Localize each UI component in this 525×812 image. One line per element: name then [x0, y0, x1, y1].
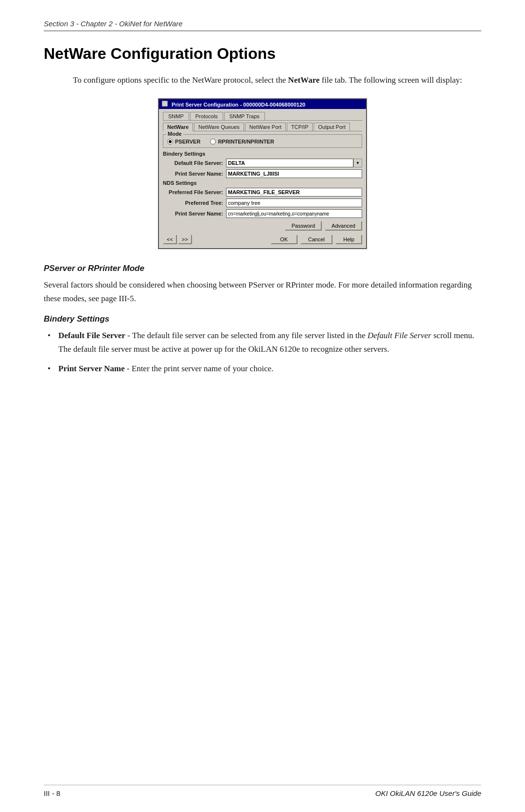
print-server-dialog: Print Server Configuration - 000000D4-00… [158, 98, 367, 249]
cancel-button[interactable]: Cancel [300, 235, 332, 244]
mode-label: Mode [166, 131, 183, 137]
default-file-server-input[interactable] [226, 159, 353, 167]
preferred-file-server-label: Preferred File Server: [163, 189, 226, 195]
tab-protocols[interactable]: Protocols [190, 112, 223, 120]
rprinter-option[interactable]: RPRINTER/NPRINTER [210, 139, 274, 144]
tab-tcpip[interactable]: TCP/IP [287, 123, 313, 131]
preferred-file-server-input[interactable] [226, 188, 362, 197]
advanced-button[interactable]: Advanced [325, 221, 362, 231]
password-advanced-row: Password Advanced [163, 221, 362, 231]
dialog-titlebar: Print Server Configuration - 000000D4-00… [159, 99, 366, 109]
main-buttons: OK Cancel Help [271, 235, 362, 244]
nav-buttons: << >> [163, 235, 192, 244]
rprinter-radio[interactable] [210, 139, 216, 144]
footer-title: OKI OkiLAN 6120e User's Guide [375, 789, 481, 797]
default-file-server-input-group: ▼ [226, 159, 362, 167]
pserver-heading: PServer or RPrinter Mode [44, 264, 481, 273]
password-button[interactable]: Password [285, 221, 322, 231]
help-button[interactable]: Help [335, 235, 362, 244]
intro-paragraph: To configure options specific to the Net… [73, 73, 467, 87]
pserver-section: PServer or RPrinter Mode Several factors… [44, 264, 481, 306]
nav-back-button[interactable]: << [163, 235, 177, 244]
preferred-file-server-row: Preferred File Server: [163, 188, 362, 197]
bullet1-italic: Default File Server [368, 331, 431, 340]
print-server-name2-input[interactable] [226, 209, 362, 218]
ok-button[interactable]: OK [271, 235, 298, 244]
pserver-option[interactable]: PSERVER [167, 139, 200, 144]
pserver-body: Several factors should be considered whe… [44, 278, 481, 306]
dropdown-arrow[interactable]: ▼ [353, 159, 362, 167]
dialog-icon [162, 101, 168, 107]
preferred-tree-input[interactable] [226, 198, 362, 207]
bullet2-bold: Print Server Name [58, 364, 125, 373]
default-file-server-label: Default File Server: [163, 160, 226, 166]
bindery-heading: Bindery Settings [44, 314, 481, 324]
print-server-name-input[interactable] [226, 169, 362, 178]
page-title: NetWare Configuration Options [44, 45, 481, 63]
nds-settings-label: NDS Settings [163, 180, 362, 186]
bullet1-text: - The default file server can be selecte… [125, 331, 368, 340]
tab-output-port[interactable]: Output Port [314, 123, 350, 131]
dialog-screenshot: Print Server Configuration - 000000D4-00… [44, 98, 481, 249]
preferred-tree-row: Preferred Tree: [163, 198, 362, 207]
second-tabs-row: NetWare NetWare Queues NetWare Port TCP/… [163, 123, 362, 131]
bullet-default-file-server: Default File Server - The default file s… [44, 329, 481, 356]
pserver-label: PSERVER [175, 139, 200, 144]
footer-page-number: III - 8 [44, 789, 60, 797]
print-server-name-label: Print Server Name: [163, 171, 226, 177]
bindery-settings-label: Bindery Settings [163, 151, 362, 157]
print-server-name-row: Print Server Name: [163, 169, 362, 178]
print-server-name2-row: Print Server Name: [163, 209, 362, 218]
bindery-bullet-list: Default File Server - The default file s… [44, 329, 481, 376]
bullet-print-server-name: Print Server Name - Enter the print serv… [44, 362, 481, 376]
nds-section: NDS Settings Preferred File Server: Pref… [163, 180, 362, 218]
default-file-server-row: Default File Server: ▼ [163, 159, 362, 167]
bullet1-bold: Default File Server [58, 331, 125, 340]
rprinter-label: RPRINTER/NPRINTER [218, 139, 274, 144]
tab-netware[interactable]: NetWare [163, 123, 193, 131]
bindery-section: Bindery Settings Default File Server: ▼ … [163, 151, 362, 178]
preferred-tree-label: Preferred Tree: [163, 200, 226, 206]
print-server-name2-label: Print Server Name: [163, 211, 226, 217]
top-tabs-row: SNMP Protocols SNMP Traps [163, 112, 362, 121]
mode-group: Mode PSERVER RPRINTER/NPRINTER [163, 134, 362, 148]
nav-forward-button[interactable]: >> [178, 235, 192, 244]
tab-snmp-traps[interactable]: SNMP Traps [224, 112, 265, 120]
page-footer: III - 8 OKI OkiLAN 6120e User's Guide [44, 785, 481, 797]
bindery-section-text: Bindery Settings Default File Server - T… [44, 314, 481, 376]
breadcrumb: Section 3 - Chapter 2 - OkiNet for NetWa… [44, 19, 481, 28]
dialog-nav-row: << >> OK Cancel Help [163, 235, 362, 244]
tab-snmp[interactable]: SNMP [163, 112, 189, 120]
dialog-title: Print Server Configuration - 000000D4-00… [172, 102, 305, 108]
bullet2-text: - Enter the print server name of your ch… [125, 364, 274, 373]
pserver-radio[interactable] [167, 139, 173, 144]
tab-netware-port[interactable]: NetWare Port [245, 123, 286, 131]
tab-netware-queues[interactable]: NetWare Queues [194, 123, 244, 131]
